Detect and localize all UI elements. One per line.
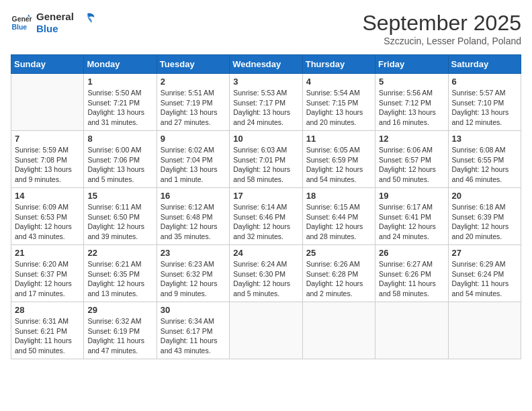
weekday-header-wednesday: Wednesday [230,55,302,74]
page-header: General Blue General Blue September 2025… [11,11,521,46]
calendar-table: SundayMondayTuesdayWednesdayThursdayFrid… [11,54,521,359]
calendar-cell: 15Sunrise: 6:11 AMSunset: 6:50 PMDayligh… [84,188,157,245]
calendar-cell: 14Sunrise: 6:09 AMSunset: 6:53 PMDayligh… [11,188,84,245]
day-number: 26 [379,248,444,258]
day-info: Sunrise: 5:59 AMSunset: 7:08 PMDaylight:… [15,145,80,185]
week-row-5: 28Sunrise: 6:31 AMSunset: 6:21 PMDayligh… [11,302,521,359]
calendar-cell: 7Sunrise: 5:59 AMSunset: 7:08 PMDaylight… [11,131,84,188]
calendar-cell: 10Sunrise: 6:03 AMSunset: 7:01 PMDayligh… [230,131,302,188]
calendar-cell: 27Sunrise: 6:29 AMSunset: 6:24 PMDayligh… [448,245,521,302]
week-row-3: 14Sunrise: 6:09 AMSunset: 6:53 PMDayligh… [11,188,521,245]
day-info: Sunrise: 5:50 AMSunset: 7:21 PMDaylight:… [87,88,152,128]
day-info: Sunrise: 6:17 AMSunset: 6:41 PMDaylight:… [379,202,444,242]
calendar-cell: 26Sunrise: 6:27 AMSunset: 6:26 PMDayligh… [375,245,448,302]
calendar-cell: 13Sunrise: 6:08 AMSunset: 6:55 PMDayligh… [448,131,521,188]
day-number: 13 [452,134,517,144]
day-number: 24 [233,248,298,258]
day-info: Sunrise: 6:11 AMSunset: 6:50 PMDaylight:… [87,202,152,242]
day-info: Sunrise: 5:51 AMSunset: 7:19 PMDaylight:… [161,88,226,128]
day-info: Sunrise: 6:03 AMSunset: 7:01 PMDaylight:… [233,145,298,185]
calendar-cell: 18Sunrise: 6:15 AMSunset: 6:44 PMDayligh… [302,188,375,245]
day-info: Sunrise: 6:05 AMSunset: 6:59 PMDaylight:… [306,145,371,185]
day-number: 5 [379,77,444,87]
day-number: 15 [87,191,152,201]
day-info: Sunrise: 6:20 AMSunset: 6:37 PMDaylight:… [15,259,80,299]
day-number: 20 [452,191,517,201]
week-row-1: 1Sunrise: 5:50 AMSunset: 7:21 PMDaylight… [11,74,521,131]
day-number: 27 [452,248,517,258]
day-info: Sunrise: 6:06 AMSunset: 6:57 PMDaylight:… [379,145,444,185]
weekday-header-tuesday: Tuesday [157,55,229,74]
calendar-cell: 2Sunrise: 5:51 AMSunset: 7:19 PMDaylight… [157,74,229,131]
calendar-cell: 20Sunrise: 6:18 AMSunset: 6:39 PMDayligh… [448,188,521,245]
calendar-cell: 4Sunrise: 5:54 AMSunset: 7:15 PMDaylight… [302,74,375,131]
calendar-cell: 29Sunrise: 6:32 AMSunset: 6:19 PMDayligh… [84,302,157,359]
day-info: Sunrise: 5:54 AMSunset: 7:15 PMDaylight:… [306,88,371,128]
calendar-cell: 22Sunrise: 6:21 AMSunset: 6:35 PMDayligh… [84,245,157,302]
day-number: 11 [306,134,371,144]
svg-text:Blue: Blue [12,24,28,31]
calendar-cell: 23Sunrise: 6:23 AMSunset: 6:32 PMDayligh… [157,245,229,302]
day-number: 2 [161,77,226,87]
day-info: Sunrise: 6:12 AMSunset: 6:48 PMDaylight:… [161,202,226,242]
day-info: Sunrise: 6:09 AMSunset: 6:53 PMDaylight:… [15,202,80,242]
week-row-2: 7Sunrise: 5:59 AMSunset: 7:08 PMDaylight… [11,131,521,188]
day-number: 8 [87,134,152,144]
calendar-cell [302,302,375,359]
day-info: Sunrise: 6:26 AMSunset: 6:28 PMDaylight:… [306,259,371,299]
day-number: 1 [87,77,152,87]
day-info: Sunrise: 6:08 AMSunset: 6:55 PMDaylight:… [452,145,517,185]
day-info: Sunrise: 6:34 AMSunset: 6:17 PMDaylight:… [161,316,226,356]
day-number: 30 [161,305,226,315]
calendar-cell: 24Sunrise: 6:24 AMSunset: 6:30 PMDayligh… [230,245,302,302]
day-info: Sunrise: 6:21 AMSunset: 6:35 PMDaylight:… [87,259,152,299]
day-number: 18 [306,191,371,201]
calendar-cell: 25Sunrise: 6:26 AMSunset: 6:28 PMDayligh… [302,245,375,302]
day-number: 29 [87,305,152,315]
day-number: 12 [379,134,444,144]
weekday-header-friday: Friday [375,55,448,74]
day-info: Sunrise: 6:15 AMSunset: 6:44 PMDaylight:… [306,202,371,242]
month-title: September 2025 [362,11,521,36]
day-info: Sunrise: 6:32 AMSunset: 6:19 PMDaylight:… [87,316,152,356]
calendar-cell: 1Sunrise: 5:50 AMSunset: 7:21 PMDaylight… [84,74,157,131]
day-number: 19 [379,191,444,201]
day-info: Sunrise: 6:02 AMSunset: 7:04 PMDaylight:… [161,145,226,185]
svg-text:General: General [12,15,32,23]
day-number: 21 [15,248,80,258]
calendar-cell [448,302,521,359]
week-row-4: 21Sunrise: 6:20 AMSunset: 6:37 PMDayligh… [11,245,521,302]
day-number: 23 [161,248,226,258]
day-info: Sunrise: 6:31 AMSunset: 6:21 PMDaylight:… [15,316,80,356]
day-info: Sunrise: 5:53 AMSunset: 7:17 PMDaylight:… [233,88,298,128]
day-number: 9 [161,134,226,144]
calendar-cell: 28Sunrise: 6:31 AMSunset: 6:21 PMDayligh… [11,302,84,359]
calendar-cell: 17Sunrise: 6:14 AMSunset: 6:46 PMDayligh… [230,188,302,245]
calendar-cell: 12Sunrise: 6:06 AMSunset: 6:57 PMDayligh… [375,131,448,188]
day-info: Sunrise: 5:56 AMSunset: 7:12 PMDaylight:… [379,88,444,128]
calendar-cell [230,302,302,359]
logo-line2: Blue [36,23,74,35]
day-number: 16 [161,191,226,201]
calendar-cell: 30Sunrise: 6:34 AMSunset: 6:17 PMDayligh… [157,302,229,359]
calendar-cell: 9Sunrise: 6:02 AMSunset: 7:04 PMDaylight… [157,131,229,188]
day-number: 28 [15,305,80,315]
location-subtitle: Szczucin, Lesser Poland, Poland [362,36,521,46]
title-block: September 2025 Szczucin, Lesser Poland, … [362,11,521,46]
day-info: Sunrise: 5:57 AMSunset: 7:10 PMDaylight:… [452,88,517,128]
logo-bird-icon [78,11,97,30]
day-number: 14 [15,191,80,201]
calendar-cell: 5Sunrise: 5:56 AMSunset: 7:12 PMDaylight… [375,74,448,131]
logo: General Blue General Blue [11,11,97,35]
calendar-cell [375,302,448,359]
day-number: 25 [306,248,371,258]
calendar-cell: 16Sunrise: 6:12 AMSunset: 6:48 PMDayligh… [157,188,229,245]
logo-icon: General Blue [11,12,32,34]
calendar-cell: 6Sunrise: 5:57 AMSunset: 7:10 PMDaylight… [448,74,521,131]
logo-line1: General [36,11,74,23]
weekday-header-thursday: Thursday [302,55,375,74]
weekday-header-row: SundayMondayTuesdayWednesdayThursdayFrid… [11,55,521,74]
weekday-header-sunday: Sunday [11,55,84,74]
day-number: 3 [233,77,298,87]
day-number: 17 [233,191,298,201]
